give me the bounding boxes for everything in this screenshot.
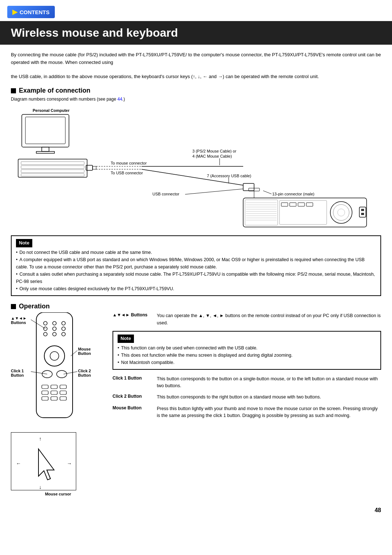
- svg-rect-29: [245, 200, 278, 225]
- svg-rect-72: [42, 397, 48, 400]
- svg-rect-69: [42, 391, 48, 394]
- svg-rect-66: [42, 385, 48, 389]
- svg-point-57: [53, 327, 56, 331]
- svg-rect-6: [21, 162, 84, 165]
- svg-rect-40: [281, 203, 288, 206]
- click2-desc: This button corresponds to the right but…: [157, 394, 381, 401]
- click1-button-label: Click 1Button: [11, 369, 24, 377]
- svg-text:To mouse connector: To mouse connector: [111, 161, 147, 165]
- svg-rect-43: [306, 203, 313, 206]
- svg-rect-30: [279, 200, 327, 224]
- svg-point-46: [338, 209, 345, 216]
- svg-rect-5: [18, 159, 87, 177]
- svg-point-59: [53, 332, 56, 336]
- click2-button-label: Click 2Button: [78, 369, 91, 377]
- arrow-buttons-label-left: ▲▼◄►Buttons: [11, 316, 27, 325]
- svg-rect-41: [290, 203, 296, 206]
- operation-title: Operation: [19, 303, 50, 310]
- svg-point-58: [62, 327, 65, 331]
- svg-rect-52: [36, 312, 73, 418]
- svg-text:To USB connector: To USB connector: [111, 171, 143, 175]
- svg-point-56: [44, 327, 47, 331]
- svg-marker-83: [38, 449, 54, 480]
- mouse-cursor-label: Mouse cursor: [11, 492, 105, 496]
- click1-term: Click 1 Button: [113, 376, 152, 381]
- svg-rect-71: [60, 391, 66, 394]
- svg-point-61: [62, 332, 65, 336]
- svg-point-54: [53, 321, 56, 325]
- contents-button[interactable]: ▶ CONTENTS: [7, 6, 55, 18]
- arrow-buttons-term: ▲▼◄► Buttons: [113, 312, 152, 317]
- mouse-button-desc: Press this button lightly with your thum…: [157, 405, 381, 420]
- note-list-1: Do not connect the USB cable and mouse c…: [16, 249, 376, 292]
- svg-point-60: [44, 332, 47, 336]
- operation-section-header: Operation: [11, 303, 381, 310]
- remote-svg: [33, 312, 76, 421]
- note-item: A computer equipped with a USB port as s…: [16, 256, 376, 271]
- svg-point-63: [50, 352, 59, 360]
- click1-row: Click 1 Button This button corresponds t…: [113, 376, 381, 390]
- example-title: Example of connection: [19, 87, 90, 94]
- svg-text:3 (PS/2 Mouse Cable) or: 3 (PS/2 Mouse Cable) or: [192, 149, 236, 153]
- note-item-2-1: This does not function while the menu sc…: [118, 352, 376, 359]
- note-item: Consult a sales outlet when purchasing a…: [16, 271, 376, 285]
- mouse-button-term: Mouse Button: [113, 405, 152, 410]
- note-item-2-0: This function can only be used when conn…: [118, 344, 376, 352]
- click2-term: Click 2 Button: [113, 394, 152, 399]
- arrow-icon: ▶: [12, 8, 17, 16]
- svg-rect-4: [36, 151, 54, 153]
- mouse-button-row: Mouse Button Press this button lightly w…: [113, 405, 381, 420]
- svg-text:→: →: [67, 461, 72, 466]
- operation-square-icon: [11, 304, 16, 309]
- note-item: Only use mouse cables designed exclusive…: [16, 285, 376, 292]
- svg-text:←: ←: [16, 461, 21, 466]
- arrow-buttons-row: ▲▼◄► Buttons You can operate the ▲, ▼, ◄…: [113, 312, 381, 327]
- note-list-2: This function can only be used when conn…: [118, 344, 376, 366]
- svg-point-55: [62, 321, 65, 325]
- diagram-note: Diagram numbers correspond with numbers …: [11, 97, 381, 102]
- svg-line-25: [185, 189, 243, 194]
- connection-diagram: Personal Computer To mouse connector: [11, 105, 381, 229]
- svg-rect-70: [51, 391, 57, 394]
- mouse-button-label: MouseButton: [78, 347, 91, 356]
- svg-text:7 (Accessory USB cable): 7 (Accessory USB cable): [207, 174, 251, 178]
- svg-text:Personal  Computer: Personal Computer: [33, 108, 70, 113]
- mouse-cursor-diagram-container: ↑ ← → ↓ Mouse cursor: [11, 432, 105, 496]
- svg-rect-74: [60, 397, 66, 400]
- svg-rect-1: [22, 114, 69, 147]
- svg-point-44: [330, 202, 352, 223]
- note-item: Do not connect the USB cable and mouse c…: [16, 249, 376, 256]
- svg-rect-47: [359, 207, 366, 217]
- svg-rect-48: [361, 209, 364, 211]
- svg-point-64: [42, 370, 52, 378]
- intro-text-2: the USB cable, in addition to the above …: [11, 73, 381, 81]
- page-title: Wireless mouse and keyboard: [0, 21, 392, 45]
- note-box-2: Note This function can only be used when…: [113, 331, 381, 370]
- page-link[interactable]: 44: [117, 97, 122, 102]
- note-item-2-2: Not Macintosh compatible.: [118, 359, 376, 366]
- svg-text:↓: ↓: [39, 484, 42, 490]
- svg-rect-68: [60, 385, 66, 389]
- arrow-buttons-desc: You can operate the ▲, ▼, ◄, ► buttons o…: [157, 312, 381, 327]
- svg-point-65: [57, 370, 67, 378]
- svg-line-27: [263, 191, 271, 194]
- section-square-icon: [11, 88, 16, 93]
- cursor-svg: ↑ ← → ↓: [11, 433, 77, 491]
- cursor-diagram: ↑ ← → ↓: [11, 432, 76, 490]
- svg-point-45: [333, 204, 349, 220]
- note-box-1: Note Do not connect the USB cable and mo…: [11, 235, 381, 296]
- example-section-header: Example of connection: [11, 87, 381, 94]
- remote-diagram-area: ▲▼◄►Buttons: [11, 312, 105, 496]
- svg-text:4 (MAC Mouse Cable): 4 (MAC Mouse Cable): [192, 154, 232, 158]
- svg-point-53: [44, 321, 47, 325]
- page-number: 48: [0, 503, 392, 517]
- svg-rect-7: [21, 166, 84, 169]
- svg-rect-3: [42, 147, 49, 151]
- svg-text:13-pin connector (male): 13-pin connector (male): [272, 192, 314, 196]
- svg-rect-2: [25, 117, 65, 144]
- note-label-1: Note: [16, 239, 32, 247]
- svg-rect-11: [93, 166, 96, 169]
- svg-rect-8: [21, 170, 84, 173]
- click2-row: Click 2 Button This button corresponds t…: [113, 394, 381, 401]
- svg-point-62: [44, 346, 65, 366]
